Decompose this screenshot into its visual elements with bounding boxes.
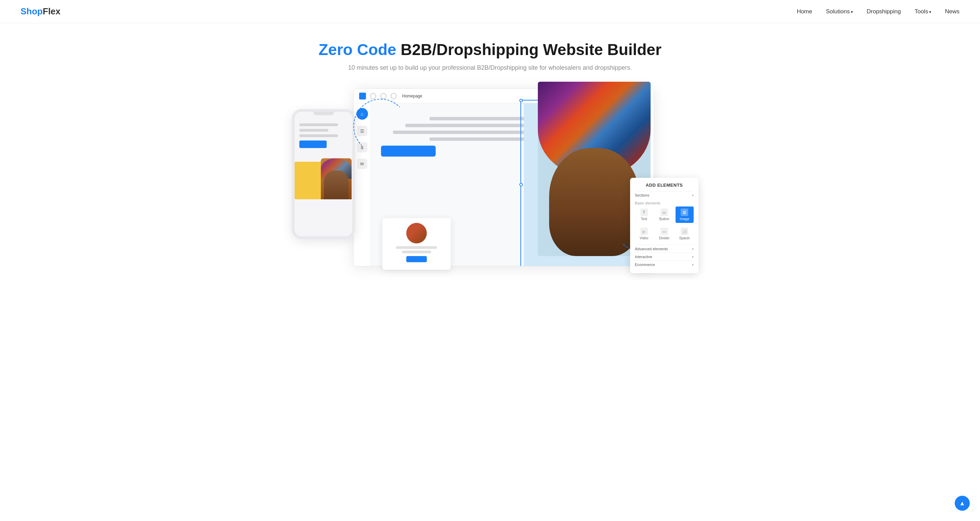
hero-section: Zero Code B2B/Dropshipping Website Build…: [0, 23, 980, 89]
panel-interactive-label: Interactive: [635, 255, 652, 259]
nav-solutions[interactable]: Solutions: [826, 8, 853, 15]
panel-basic-label: Basic elements: [635, 201, 694, 205]
button-label: Button: [660, 217, 670, 221]
sidebar-home-icon[interactable]: ⌂: [356, 108, 368, 119]
divider-label: Divider: [659, 236, 670, 240]
panel-divider-element[interactable]: — Divider: [655, 226, 673, 242]
sidebar-dollar-icon[interactable]: $: [357, 142, 368, 153]
mobile-line-1: [299, 123, 338, 126]
topbar-save-btn[interactable]: [391, 93, 397, 99]
mobile-mockup: [292, 109, 355, 239]
profile-action-btn[interactable]: [406, 256, 427, 262]
profile-popup-card: [382, 218, 451, 270]
text-icon: T: [640, 209, 648, 216]
panel-video-element[interactable]: ▷ Video: [635, 226, 653, 242]
sel-handle-lm[interactable]: [519, 183, 523, 186]
nav-links: Home Solutions Dropshipping Tools News: [797, 8, 959, 15]
video-label: Video: [640, 236, 648, 240]
nav-dropshipping[interactable]: Dropshipping: [867, 8, 901, 15]
text-label: Text: [641, 217, 647, 221]
mobile-cta-button[interactable]: [299, 140, 327, 148]
video-icon: ▷: [640, 228, 648, 235]
logo-flex: Flex: [43, 6, 60, 16]
profile-name-line: [396, 246, 437, 249]
nav-tools[interactable]: Tools: [915, 8, 931, 15]
face-skin: [549, 148, 640, 256]
topbar-redo-btn[interactable]: [380, 93, 387, 99]
mobile-line-3: [299, 134, 338, 137]
canvas-cta-button[interactable]: [381, 146, 436, 156]
profile-avatar: [406, 223, 427, 244]
panel-spacer-element[interactable]: ⬜ Spacer: [676, 226, 694, 242]
illustration-area: Homepage Preview mode Save & exit PUBLIS…: [285, 89, 695, 280]
panel-ecommerce-row[interactable]: Ecommerce ▾: [635, 260, 694, 268]
divider-icon: —: [660, 228, 668, 235]
builder-sidebar-left: ⌂ ☰ $ ✉: [354, 103, 371, 266]
panel-text-element[interactable]: T Text: [635, 207, 653, 223]
sidebar-pages-icon[interactable]: ☰: [357, 126, 368, 136]
logo[interactable]: ShopFlex: [21, 6, 60, 17]
image-icon: 🖼: [681, 209, 688, 216]
sidebar-mail-icon[interactable]: ✉: [357, 159, 368, 169]
spacer-icon: ⬜: [681, 228, 688, 235]
profile-sub-line: [402, 250, 431, 253]
image-label: Image: [679, 217, 689, 221]
hero-subtitle: 10 minutes set up to build up your profe…: [7, 64, 973, 72]
panel-elements-row2: ▷ Video — Divider ⬜ Spacer: [635, 226, 694, 242]
mobile-content: [294, 119, 352, 153]
panel-sections-arrow: ▾: [692, 193, 694, 197]
mobile-face-image: [321, 158, 352, 199]
panel-sections-row[interactable]: Sections ▾: [635, 191, 694, 199]
panel-interactive-row[interactable]: Interactive ▾: [635, 253, 694, 260]
topbar-mail-icon: [359, 92, 366, 99]
button-icon: ▭: [660, 209, 668, 216]
nav-home[interactable]: Home: [797, 8, 812, 15]
nav-news[interactable]: News: [945, 8, 959, 15]
panel-ecommerce-label: Ecommerce: [635, 263, 655, 267]
panel-advanced-row[interactable]: Advanced elements ▾: [635, 245, 694, 253]
navbar: ShopFlex Home Solutions Dropshipping Too…: [0, 0, 980, 23]
phone-notch: [313, 112, 334, 115]
mobile-yellow-bg: [294, 162, 324, 200]
topbar-undo-btn[interactable]: [370, 93, 376, 99]
panel-elements-row1: T Text ▭ Button 🖼 Image: [635, 207, 694, 223]
panel-ecommerce-arrow: ▾: [692, 263, 694, 267]
panel-button-element[interactable]: ▭ Button: [655, 207, 673, 223]
panel-title: ADD ELEMENTS: [635, 183, 694, 188]
panel-advanced-label: Advanced elements: [635, 247, 668, 251]
panel-sections-label: Sections: [635, 193, 649, 197]
hero-headline-black: B2B/Dropshipping Website Builder: [396, 41, 662, 59]
hero-headline-blue: Zero Code: [318, 41, 396, 59]
panel-advanced-arrow: ▾: [692, 247, 694, 251]
mobile-line-2: [299, 129, 328, 132]
logo-shop: Shop: [21, 6, 43, 16]
panel-image-element[interactable]: 🖼 Image: [676, 207, 694, 223]
mobile-image-area: [294, 155, 352, 199]
panel-interactive-arrow: ▾: [692, 255, 694, 259]
add-elements-panel: ADD ELEMENTS Sections ▾ Basic elements T…: [630, 178, 698, 273]
topbar-page-label: Homepage: [402, 94, 422, 99]
spacer-label: Spacer: [679, 236, 690, 240]
hero-headline: Zero Code B2B/Dropshipping Website Build…: [7, 40, 973, 59]
